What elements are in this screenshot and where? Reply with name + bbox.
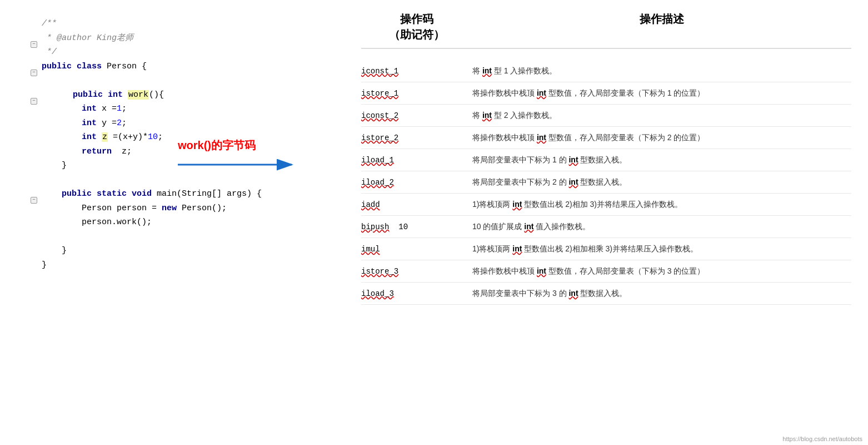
line-person-work: person.work(); <box>31 215 339 230</box>
desc-header: 操作描述 <box>472 11 851 42</box>
opcode-cell: istore_2 <box>361 134 472 142</box>
int-keyword: int <box>482 66 492 75</box>
opcode-name: imul <box>361 245 380 254</box>
desc-cell: 10 的值扩展成 int 值入操作数栈。 <box>472 221 851 233</box>
line-method-decl: − public int work(){ <box>31 88 339 102</box>
bytecode-panel: 操作码（助记符） 操作描述 iconst_1 将 int 型 1 入操作数栈。 … <box>345 0 868 445</box>
desc-cell: 将操作数栈中栈顶 int 型数值，存入局部变量表（下标为 1 的位置） <box>472 87 851 99</box>
table-row: istore_2 将操作数栈中栈顶 int 型数值，存入局部变量表（下标为 2 … <box>361 127 851 149</box>
opcode-name: iadd <box>361 200 380 209</box>
opcode-header: 操作码（助记符） <box>361 11 472 42</box>
table-header: 操作码（助记符） 操作描述 <box>361 11 851 49</box>
opcode-name: iload_2 <box>361 178 394 187</box>
line-comment-author: − * @author King老师 <box>31 31 339 46</box>
int-keyword: int <box>512 200 522 209</box>
arrow-label: work()的字节码 <box>178 138 256 153</box>
table-row: bipush 10 10 的值扩展成 int 值入操作数栈。 <box>361 216 851 238</box>
desc-header-title: 操作描述 <box>472 11 851 27</box>
arrow-area: work()的字节码 <box>178 138 300 173</box>
int-keyword: int <box>568 177 578 186</box>
opcode-cell: iconst_1 <box>361 67 472 76</box>
opcode-name: bipush <box>361 222 389 231</box>
desc-cell: 1)将栈顶两 int 型数值出栈 2)相加 3)并将结果压入操作数栈。 <box>472 199 851 210</box>
bytecode-table: iconst_1 将 int 型 1 入操作数栈。 istore_1 将操作数栈… <box>361 60 851 305</box>
opcode-name: istore_1 <box>361 89 398 98</box>
line-blank-2 <box>31 173 339 187</box>
line-blank-1 <box>31 73 339 88</box>
int-keyword: int <box>537 266 546 275</box>
desc-cell: 将局部变量表中下标为 1 的 int 型数据入栈。 <box>472 154 851 166</box>
arrow-svg <box>178 156 300 173</box>
int-keyword: int <box>512 244 522 253</box>
table-row: iadd 1)将栈顶两 int 型数值出栈 2)相加 3)并将结果压入操作数栈。 <box>361 194 851 216</box>
line-var-x: int x =1; <box>31 102 339 116</box>
table-row: istore_1 将操作数栈中栈顶 int 型数值，存入局部变量表（下标为 1 … <box>361 82 851 105</box>
line-person-new: Person person = new Person(); <box>31 201 339 216</box>
url-bar: https://blog.csdn.net/autobots <box>782 436 862 442</box>
desc-cell: 将 int 型 2 入操作数栈。 <box>472 110 851 121</box>
line-main-decl: − public static void main(String[] args)… <box>31 187 339 201</box>
line-class-close: } <box>31 258 339 273</box>
desc-cell: 1)将栈顶两 int 型数值出栈 2)相加相乘 3)并将结果压入操作数栈。 <box>472 243 851 255</box>
table-row: iload_2 将局部变量表中下标为 2 的 int 型数据入栈。 <box>361 171 851 194</box>
line-class-decl: −public class Person { <box>31 60 339 74</box>
desc-cell: 将局部变量表中下标为 2 的 int 型数据入栈。 <box>472 176 851 188</box>
opcode-name: iconst_2 <box>361 111 398 120</box>
opcode-cell: istore_3 <box>361 267 472 276</box>
int-keyword: int <box>537 133 546 142</box>
table-row: istore_3 将操作数栈中栈顶 int 型数值，存入局部变量表（下标为 3 … <box>361 260 851 283</box>
opcode-cell: iconst_2 <box>361 111 472 120</box>
desc-cell: 将操作数栈中栈顶 int 型数值，存入局部变量表（下标为 2 的位置） <box>472 132 851 144</box>
opcode-cell: istore_1 <box>361 89 472 98</box>
opcode-name: iload_1 <box>361 156 394 165</box>
table-row: iload_1 将局部变量表中下标为 1 的 int 型数据入栈。 <box>361 149 851 171</box>
line-comment-end: */ <box>31 45 339 60</box>
opcode-name: istore_3 <box>361 267 398 276</box>
desc-cell: 将 int 型 1 入操作数栈。 <box>472 65 851 77</box>
table-row: iconst_1 将 int 型 1 入操作数栈。 <box>361 60 851 82</box>
opcode-name: istore_2 <box>361 134 398 142</box>
code-editor: /**− * @author King老师 */−public class Pe… <box>17 17 339 272</box>
int-keyword: int <box>524 222 533 231</box>
opcode-cell: iload_2 <box>361 178 472 187</box>
int-keyword: int <box>482 111 492 120</box>
line-comment-start: /** <box>31 17 339 31</box>
opcode-name: iconst_1 <box>361 67 398 76</box>
opcode-cell: iload_1 <box>361 156 472 165</box>
opcode-cell: iload_3 <box>361 289 472 298</box>
line-blank-3 <box>31 230 339 244</box>
opcode-cell: imul <box>361 245 472 254</box>
opcode-cell: iadd <box>361 200 472 209</box>
code-panel: /**− * @author King老师 */−public class Pe… <box>0 0 345 445</box>
table-row: iconst_2 将 int 型 2 入操作数栈。 <box>361 105 851 127</box>
line-main-close: } <box>31 244 339 258</box>
table-row: iload_3 将局部变量表中下标为 3 的 int 型数据入栈。 <box>361 283 851 305</box>
opcode-header-title: 操作码（助记符） <box>361 11 472 42</box>
line-var-y: int y =2; <box>31 116 339 131</box>
desc-cell: 将操作数栈中栈顶 int 型数值，存入局部变量表（下标为 3 的位置） <box>472 265 851 277</box>
int-keyword: int <box>568 289 578 298</box>
int-keyword: int <box>537 88 546 97</box>
opcode-cell: bipush 10 <box>361 222 472 231</box>
opcode-name: iload_3 <box>361 289 394 298</box>
desc-cell: 将局部变量表中下标为 3 的 int 型数据入栈。 <box>472 288 851 299</box>
int-keyword: int <box>568 155 578 164</box>
table-row: imul 1)将栈顶两 int 型数值出栈 2)相加相乘 3)并将结果压入操作数… <box>361 238 851 260</box>
